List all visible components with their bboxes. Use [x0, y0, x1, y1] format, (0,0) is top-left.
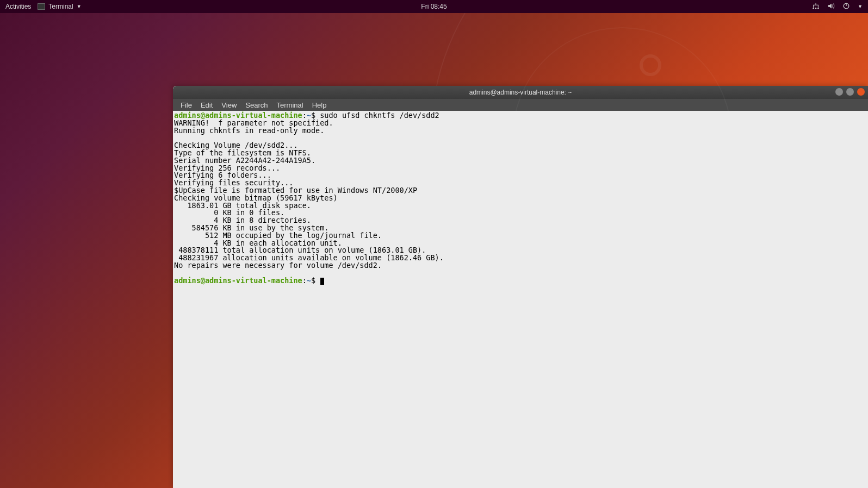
menu-edit[interactable]: Edit: [197, 101, 216, 109]
terminal-window: admins@admins-virtual-machine: ~ File Ed…: [173, 86, 868, 488]
svg-point-0: [813, 8, 814, 9]
menubar: File Edit View Search Terminal Help: [173, 99, 868, 111]
window-titlebar[interactable]: admins@admins-virtual-machine: ~: [173, 86, 868, 99]
activities-button[interactable]: Activities: [5, 3, 31, 10]
terminal-icon: [38, 3, 45, 10]
menu-help[interactable]: Help: [309, 101, 330, 109]
gnome-topbar: Activities Terminal ▼ Fri 08:45 ▼: [0, 0, 868, 13]
menu-view[interactable]: View: [218, 101, 240, 109]
menu-search[interactable]: Search: [242, 101, 271, 109]
svg-point-1: [815, 8, 817, 9]
app-menu[interactable]: Terminal ▼: [38, 3, 81, 10]
minimize-button[interactable]: [835, 88, 843, 96]
menu-terminal[interactable]: Terminal: [274, 101, 307, 109]
chevron-down-icon[interactable]: ▼: [858, 4, 863, 9]
close-button[interactable]: [857, 88, 865, 96]
chevron-down-icon: ▼: [77, 4, 82, 9]
network-icon[interactable]: [812, 2, 820, 11]
app-menu-label: Terminal: [48, 3, 73, 10]
terminal-content[interactable]: admins@admins-virtual-machine:~$ sudo uf…: [173, 111, 868, 488]
power-icon[interactable]: [842, 2, 850, 11]
maximize-button[interactable]: [846, 88, 854, 96]
volume-icon[interactable]: [827, 2, 835, 11]
clock[interactable]: Fri 08:45: [421, 3, 447, 10]
window-title: admins@admins-virtual-machine: ~: [469, 89, 572, 96]
menu-file[interactable]: File: [177, 101, 195, 109]
svg-point-2: [817, 8, 819, 9]
